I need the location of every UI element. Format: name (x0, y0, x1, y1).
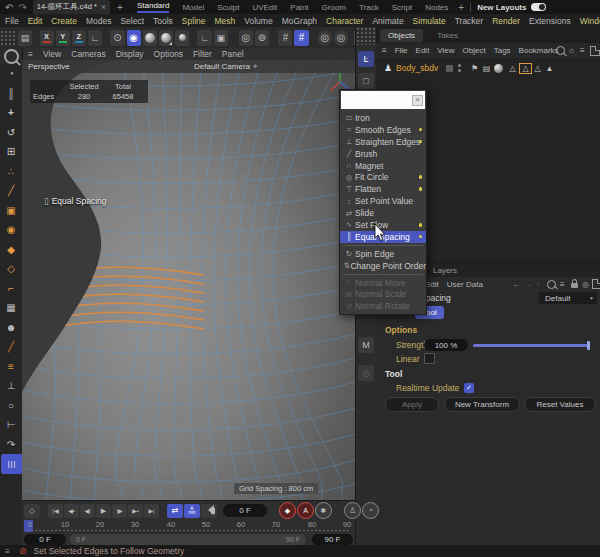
viewport[interactable]: Perspective Default Camera ⌖ SelectedTot… (22, 60, 355, 500)
render-view-button[interactable]: ◎ (318, 30, 332, 46)
add-tab-button[interactable]: + (117, 2, 123, 13)
viewport-menu-filter[interactable]: Filter (193, 49, 212, 59)
flag-tag-icon[interactable]: ⚑ (469, 64, 480, 73)
target-mode-button[interactable]: ⊙ (110, 30, 124, 46)
menu-item-slide[interactable]: ⇄Slide (340, 207, 426, 219)
menu-tools[interactable]: Tools (153, 16, 173, 26)
camera-label[interactable]: Default Camera (194, 62, 250, 71)
dock-tweak-button[interactable]: ║ (0, 84, 22, 104)
render-settings-button[interactable]: ◎ (334, 30, 348, 46)
tool-section-header[interactable]: Tool (385, 369, 600, 379)
dock-volume-sphere-button[interactable]: ◉ (0, 220, 22, 240)
dock-edge-strips-button[interactable]: ≡ (0, 357, 22, 377)
tab-takes[interactable]: Takes (429, 29, 466, 42)
linear-checkbox[interactable] (424, 353, 435, 364)
axis-x-button[interactable]: X (40, 30, 54, 46)
am-menu-edit[interactable]: Edit (425, 280, 439, 289)
undo-icon[interactable]: ↶ (5, 2, 13, 13)
dock-ring-select-button[interactable]: ○ (0, 396, 22, 416)
dock-scale-button[interactable]: ⊞ (0, 142, 22, 162)
menu-item-flatten[interactable]: ⊤Flatten (340, 183, 426, 195)
menu-search-input[interactable]: × (341, 91, 425, 109)
keying-settings-button[interactable]: ✱ (315, 502, 332, 519)
target-icon[interactable]: ◎ (582, 280, 589, 289)
hamburger-icon[interactable]: ≡ (382, 46, 387, 55)
menu-simulate[interactable]: Simulate (413, 16, 446, 26)
menu-animate[interactable]: Animate (372, 16, 403, 26)
reset-values-button[interactable]: Reset Values (524, 397, 596, 412)
character-key-button[interactable]: ♙ (344, 502, 361, 519)
layout-tab-groom[interactable]: Groom (322, 3, 346, 12)
strength-slider[interactable] (473, 339, 591, 351)
rotate-snap-button[interactable]: ◎ (239, 30, 253, 46)
menu-volume[interactable]: Volume (244, 16, 272, 26)
layout-tab-nodes[interactable]: Nodes (425, 3, 448, 12)
subdiv-solid-tag-icon[interactable]: ▲ (544, 64, 555, 73)
menu-edit[interactable]: Edit (28, 16, 43, 26)
grid-snap-button[interactable]: # (278, 30, 292, 46)
back-icon[interactable]: ← (512, 280, 520, 289)
new-layouts-label[interactable]: New Layouts (477, 3, 526, 12)
toolbar-grip[interactable] (0, 30, 16, 46)
dock-spline-corner-button[interactable]: ⌐ (0, 279, 22, 299)
search-icon[interactable] (547, 280, 556, 289)
next-key-button[interactable]: ▶• (128, 504, 143, 518)
textured-sphere-button[interactable] (159, 30, 173, 46)
realtime-checkbox[interactable]: ✓ (464, 383, 474, 393)
sound-button[interactable] (201, 504, 217, 518)
menu-item-change-point-order[interactable]: ⇅Change Point Order (340, 260, 426, 272)
viewport-menu-options[interactable]: Options (154, 49, 183, 59)
goto-start-button[interactable]: |◀ (48, 504, 63, 518)
layout-tab-standard[interactable]: Standard (137, 1, 169, 13)
dock-snap-clock-button[interactable]: ◔ (0, 64, 22, 84)
corner-snap-button[interactable]: ∟ (197, 30, 211, 46)
range-end-field[interactable]: 90 F (312, 534, 353, 545)
subdiv-tag-selected-icon[interactable]: △ (519, 63, 532, 74)
dock-ffd-cage-button[interactable]: ▦ (0, 298, 22, 318)
range-start-field[interactable]: 0 F (24, 534, 66, 545)
dock-extrude-button[interactable]: ⊢ (0, 415, 22, 435)
dial-key-button[interactable]: ◔ (362, 502, 379, 519)
next-frame-button[interactable]: |▶ (112, 504, 127, 518)
prev-key-button[interactable]: ◀• (64, 504, 79, 518)
current-frame-field[interactable]: 0 F (223, 504, 267, 517)
layout-tab-track[interactable]: Track (359, 3, 379, 12)
view-label[interactable]: Perspective (28, 62, 70, 71)
status-menu-icon[interactable]: ≡ (5, 546, 10, 556)
edit-toggle[interactable] (446, 65, 453, 72)
menu-mesh[interactable]: Mesh (215, 16, 236, 26)
loop-playback-button[interactable]: ⇄ (167, 504, 183, 518)
dock-volume-wire-button[interactable]: ◇ (0, 259, 22, 279)
menu-item-brush[interactable]: ╱Brush (340, 148, 426, 160)
play-mode-button[interactable]: Amin (184, 504, 200, 518)
viewport-menu-panel[interactable]: Panel (222, 49, 244, 59)
options-section-header[interactable]: Options (385, 325, 600, 335)
animate-mode-button[interactable]: A (297, 502, 314, 519)
menu-mograph[interactable]: MoGraph (282, 16, 317, 26)
new-layouts-toggle[interactable] (531, 3, 546, 11)
search-icon[interactable] (556, 46, 565, 55)
tab-layers[interactable]: Layers (433, 266, 457, 275)
menu-item-spin-edge[interactable]: ↻Spin Edge (340, 248, 426, 260)
disk-tag-icon[interactable]: ▤ (481, 64, 492, 73)
filter-icon[interactable]: ≡ (580, 46, 585, 55)
play-button[interactable]: ▶ (96, 504, 111, 518)
visibility-dots[interactable] (458, 64, 461, 72)
om-menu-file[interactable]: File (395, 46, 408, 55)
add-layout-button[interactable]: + (458, 2, 464, 13)
om-menu-view[interactable]: View (437, 46, 454, 55)
dock-rotate-button[interactable]: ↺ (0, 123, 22, 143)
quantize-button[interactable]: ▣ (214, 30, 228, 46)
subdiv-tag-icon[interactable]: △ (532, 64, 543, 73)
search-button[interactable] (0, 48, 22, 64)
menu-modes[interactable]: Modes (86, 16, 112, 26)
menu-item-fit-circle[interactable]: ◎Fit Circle (340, 171, 426, 183)
phong-tag-icon[interactable] (494, 64, 503, 73)
object-row[interactable]: ♟ Body_sbdv ⚑ ▤ △ △ △ ▲ (376, 61, 600, 75)
layout-tab-model[interactable]: Model (182, 3, 204, 12)
dock-knife-button[interactable]: ╱ (0, 337, 22, 357)
material-button[interactable]: M (358, 337, 374, 353)
om-menu-object[interactable]: Object (463, 46, 486, 55)
viewport-menu-view[interactable]: View (43, 49, 61, 59)
menu-item-smooth-edges[interactable]: ≈Smooth Edges (340, 124, 426, 136)
